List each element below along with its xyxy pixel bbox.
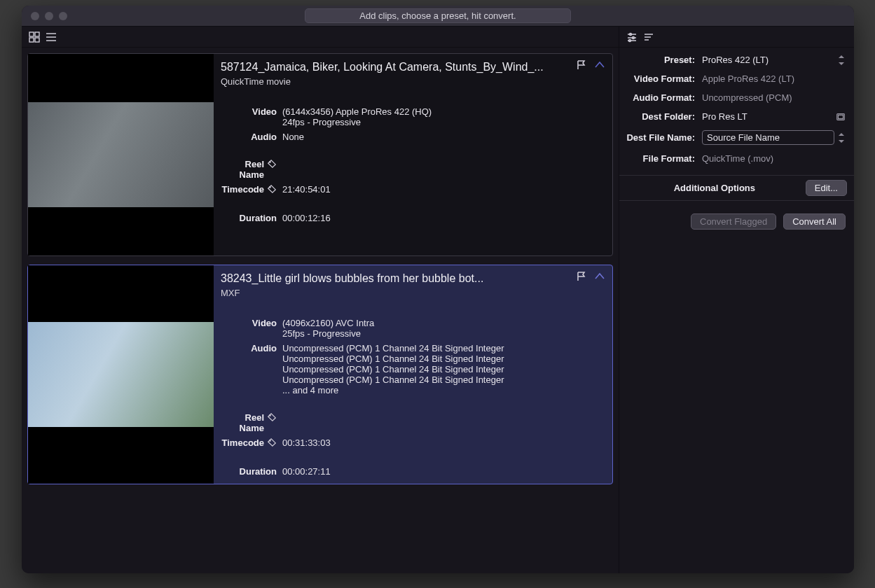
updown-icon	[839, 133, 846, 143]
tag-icon	[267, 184, 277, 196]
svg-rect-2	[29, 38, 34, 42]
audio-format-label: Audio Format:	[623, 92, 702, 103]
timecode-label: Timecode	[221, 184, 282, 196]
collapse-icon[interactable]	[594, 59, 605, 73]
convert-flagged-button[interactable]: Convert Flagged	[691, 214, 776, 230]
video-format-value: Apple ProRes 422 (LT)	[702, 74, 846, 84]
svg-point-9	[270, 415, 271, 416]
audio-format-value: Uncompressed (PCM)	[702, 92, 846, 103]
file-format-label: File Format:	[623, 153, 702, 164]
svg-point-10	[270, 440, 271, 442]
svg-rect-0	[29, 32, 34, 36]
preset-select[interactable]: ProRes 422 (LT)	[702, 55, 846, 65]
list-view-icon[interactable]	[46, 31, 57, 43]
file-format-value: QuickTime (.mov)	[702, 153, 846, 164]
svg-rect-1	[35, 32, 39, 36]
clip-container: QuickTime movie	[221, 76, 605, 87]
duration-label: Duration	[221, 466, 282, 477]
svg-point-7	[270, 162, 271, 163]
minimize-window-button[interactable]	[45, 12, 53, 20]
audio-value: Uncompressed (PCM) 1 Channel 24 Bit Sign…	[282, 343, 504, 396]
tag-icon	[267, 159, 277, 171]
duration-value: 00:00:12:16	[282, 213, 331, 223]
clip-details: 587124_Jamaica, Biker, Looking At Camera…	[214, 54, 612, 255]
video-value: (4096x2160) AVC Intra 25fps - Progressiv…	[282, 318, 374, 339]
clip-thumbnail	[28, 54, 214, 255]
svg-rect-3	[35, 38, 39, 42]
action-buttons: Convert Flagged Convert All	[619, 201, 854, 242]
settings-toolbar	[619, 27, 854, 48]
titlebar: Add clips, choose a preset, hit convert.	[22, 6, 854, 27]
audio-label: Audio	[221, 343, 282, 396]
clip-item[interactable]: 38243_Little girl blows bubbles from her…	[27, 265, 613, 484]
clip-list[interactable]: 587124_Jamaica, Biker, Looking At Camera…	[22, 48, 619, 573]
duration-label: Duration	[221, 213, 282, 223]
flag-icon[interactable]	[576, 59, 587, 73]
additional-options-row: Additional Options Edit...	[619, 175, 854, 201]
video-label: Video	[221, 106, 282, 127]
svg-rect-21	[839, 115, 843, 118]
timecode-label: Timecode	[221, 438, 282, 449]
timecode-value: 00:31:33:03	[282, 438, 331, 449]
folder-picker-icon[interactable]	[832, 112, 846, 122]
dest-filename-label: Dest File Name:	[623, 132, 702, 143]
app-window: Add clips, choose a preset, hit convert.	[22, 6, 854, 573]
collapse-icon[interactable]	[594, 271, 605, 284]
clip-thumbnail	[28, 265, 214, 484]
content-area: 587124_Jamaica, Biker, Looking At Camera…	[22, 27, 854, 573]
clip-title: 587124_Jamaica, Biker, Looking At Camera…	[221, 61, 605, 74]
close-window-button[interactable]	[31, 12, 39, 20]
preset-label: Preset:	[623, 55, 702, 65]
audio-value: None	[282, 132, 304, 142]
additional-options-label: Additional Options	[623, 183, 806, 193]
clip-item[interactable]: 587124_Jamaica, Biker, Looking At Camera…	[27, 53, 613, 256]
dest-folder-value[interactable]: Pro Res LT	[702, 111, 832, 122]
flag-icon[interactable]	[576, 271, 587, 284]
sort-icon[interactable]	[643, 31, 654, 43]
tag-icon	[267, 412, 277, 424]
setting-fields: Preset: ProRes 422 (LT) Video Format: Ap…	[619, 48, 854, 171]
reel-name-label: Reel Name	[221, 412, 282, 433]
video-label: Video	[221, 318, 282, 339]
tag-icon	[267, 438, 277, 449]
convert-all-button[interactable]: Convert All	[783, 214, 846, 230]
timecode-value: 21:40:54:01	[282, 184, 331, 196]
updown-icon	[839, 55, 846, 65]
grid-view-icon[interactable]	[29, 31, 40, 43]
video-format-label: Video Format:	[623, 74, 702, 84]
audio-label: Audio	[221, 132, 282, 142]
sliders-icon[interactable]	[626, 31, 638, 43]
zoom-window-button[interactable]	[59, 12, 67, 20]
clip-details: 38243_Little girl blows bubbles from her…	[214, 265, 612, 484]
video-value: (6144x3456) Apple ProRes 422 (HQ) 24fps …	[282, 106, 432, 127]
clip-container: MXF	[221, 288, 605, 298]
clip-view-toolbar	[22, 27, 619, 48]
window-controls	[31, 12, 67, 20]
dest-filename-select[interactable]: Source File Name	[702, 130, 846, 145]
title-prompt: Add clips, choose a preset, hit convert.	[305, 8, 571, 23]
clip-pane: 587124_Jamaica, Biker, Looking At Camera…	[22, 27, 619, 573]
dest-folder-label: Dest Folder:	[623, 111, 702, 122]
reel-name-label: Reel Name	[221, 159, 282, 180]
edit-button[interactable]: Edit...	[806, 180, 847, 196]
svg-point-8	[270, 187, 271, 188]
settings-pane: Preset: ProRes 422 (LT) Video Format: Ap…	[619, 27, 854, 573]
clip-title: 38243_Little girl blows bubbles from her…	[221, 272, 605, 285]
duration-value: 00:00:27:11	[282, 466, 331, 477]
